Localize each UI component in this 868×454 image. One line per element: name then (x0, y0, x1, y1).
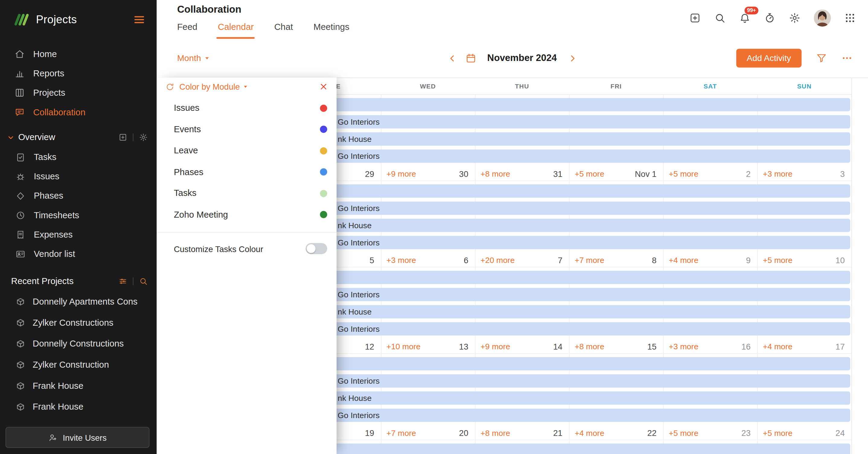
more-events-link[interactable]: +9 more (386, 169, 416, 178)
sidebar-collapse-icon[interactable] (133, 13, 146, 26)
day-number[interactable]: 20 (459, 428, 468, 438)
more-events-link[interactable]: +4 more (575, 429, 604, 437)
more-options-icon[interactable] (841, 53, 852, 64)
recent-project-item[interactable]: Frank House (0, 375, 157, 397)
day-number[interactable]: 30 (459, 169, 468, 178)
tab-meetings[interactable]: Meetings (314, 21, 349, 39)
sidebar-item-issues[interactable]: Issues (0, 167, 157, 186)
day-number[interactable]: 7 (558, 255, 562, 265)
add-widget-icon[interactable] (119, 133, 127, 142)
prev-month-icon[interactable] (447, 54, 457, 63)
filter-sliders-icon[interactable] (119, 277, 127, 285)
sidebar-item-tasks[interactable]: Tasks (0, 147, 157, 167)
day-number[interactable]: 16 (742, 342, 751, 351)
sidebar-item-label: Tasks (34, 152, 56, 162)
day-cell: +3 more6 (381, 253, 475, 268)
sidebar-item-projects[interactable]: Projects (0, 83, 157, 102)
apps-grid-icon[interactable] (844, 12, 856, 24)
day-cell: +8 more15 (569, 339, 663, 354)
more-events-link[interactable]: +5 more (575, 169, 604, 178)
sidebar-item-vendor-list[interactable]: Vendor list (0, 244, 157, 264)
recent-project-item[interactable]: Zylker Construction (0, 354, 157, 375)
project-name: Zylker Construction (33, 360, 109, 370)
more-events-link[interactable]: +4 more (669, 256, 699, 265)
customize-tasks-toggle[interactable] (305, 243, 327, 254)
more-events-link[interactable]: +8 more (480, 169, 510, 178)
caret-down-icon[interactable] (242, 83, 249, 90)
user-avatar[interactable] (814, 9, 831, 27)
recent-projects-actions (119, 277, 148, 285)
more-events-link[interactable]: +20 more (480, 256, 515, 265)
more-events-link[interactable]: +7 more (386, 429, 416, 437)
project-name: Donnelly Constructions (33, 339, 124, 349)
filter-funnel-icon[interactable] (816, 53, 827, 64)
tab-feed[interactable]: Feed (177, 21, 197, 39)
day-number[interactable]: 6 (464, 255, 468, 265)
more-events-link[interactable]: +3 more (386, 256, 416, 265)
project-icon (16, 318, 25, 328)
more-events-link[interactable]: +5 more (763, 256, 793, 265)
more-events-link[interactable]: +5 more (669, 169, 699, 178)
day-number[interactable]: 29 (365, 169, 374, 178)
day-number[interactable]: 23 (742, 428, 751, 438)
module-color-row: Events (157, 119, 337, 140)
day-number[interactable]: 8 (652, 255, 656, 265)
day-number[interactable]: 17 (835, 342, 845, 351)
day-number[interactable]: 31 (553, 169, 563, 178)
more-events-link[interactable]: +8 more (480, 429, 510, 437)
recent-project-item[interactable]: Zylker Constructions (0, 312, 157, 333)
top-icons: 99+ (689, 9, 856, 27)
day-number[interactable]: 3 (840, 169, 845, 178)
more-events-link[interactable]: +5 more (763, 429, 793, 437)
more-events-link[interactable]: +4 more (763, 342, 793, 351)
day-number[interactable]: 22 (647, 428, 657, 438)
day-number[interactable]: 13 (459, 342, 468, 351)
more-events-link[interactable]: +8 more (575, 342, 604, 351)
sidebar-item-collaboration[interactable]: Collaboration (0, 102, 157, 122)
sidebar-item-reports[interactable]: Reports (0, 64, 157, 83)
more-events-link[interactable]: +5 more (669, 429, 699, 437)
day-number[interactable]: 5 (370, 255, 374, 265)
tab-chat[interactable]: Chat (274, 21, 293, 39)
expenses-icon (16, 230, 25, 239)
day-number[interactable]: 15 (647, 342, 657, 351)
more-events-link[interactable]: +3 more (669, 342, 699, 351)
calendar-picker-icon[interactable] (465, 53, 476, 64)
sidebar-item-expenses[interactable]: Expenses (0, 225, 157, 244)
settings-gear-icon[interactable] (789, 12, 801, 24)
recent-project-item[interactable]: Donnelly Apartments Cons (0, 291, 157, 312)
recent-project-item[interactable]: Donnelly Constructions (0, 333, 157, 354)
more-events-link[interactable]: +7 more (575, 256, 604, 265)
more-events-link[interactable]: +10 more (386, 342, 421, 351)
day-number[interactable]: 12 (365, 342, 374, 351)
sidebar-item-timesheets[interactable]: Timesheets (0, 205, 157, 224)
search-icon[interactable] (714, 12, 726, 24)
recent-project-item[interactable]: Frank House (0, 396, 157, 418)
more-events-link[interactable]: +3 more (763, 169, 793, 178)
notifications-bell-icon[interactable]: 99+ (739, 12, 751, 24)
next-month-icon[interactable] (568, 54, 577, 63)
close-icon[interactable] (319, 82, 328, 91)
day-number[interactable]: 21 (553, 428, 563, 438)
day-number[interactable]: 24 (835, 428, 845, 438)
sidebar-item-home[interactable]: Home (0, 44, 157, 64)
tab-calendar[interactable]: Calendar (218, 21, 254, 39)
day-number[interactable]: 14 (553, 342, 563, 351)
overview-section-header[interactable]: Overview (0, 127, 157, 147)
day-number[interactable]: 2 (746, 169, 751, 178)
day-number[interactable]: 9 (746, 255, 751, 265)
invite-users-button[interactable]: Invite Users (5, 427, 149, 448)
overview-settings-gear-icon[interactable] (139, 133, 148, 142)
add-new-icon[interactable] (689, 12, 701, 24)
sidebar-item-phases[interactable]: Phases (0, 186, 157, 205)
calendar-view-selector[interactable]: Month (177, 53, 211, 63)
module-label: Phases (174, 167, 204, 177)
color-panel-title[interactable]: Color by Module (179, 82, 240, 91)
timer-icon[interactable] (764, 12, 776, 24)
project-search-icon[interactable] (139, 277, 148, 285)
add-activity-button[interactable]: Add Activity (736, 49, 802, 67)
day-number[interactable]: 19 (365, 428, 374, 438)
more-events-link[interactable]: +9 more (480, 342, 510, 351)
day-number[interactable]: 10 (835, 255, 845, 265)
day-number[interactable]: Nov 1 (635, 169, 656, 178)
